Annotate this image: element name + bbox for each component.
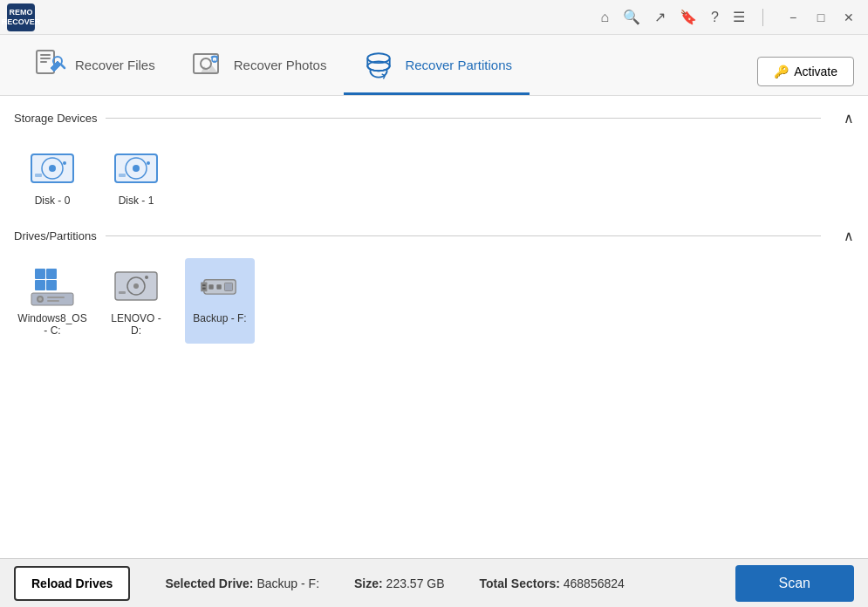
- disk-0-label: Disk - 0: [35, 194, 71, 207]
- tab-recover-partitions[interactable]: Recover Partitions: [344, 37, 530, 95]
- drives-partitions-collapse-icon[interactable]: ∧: [844, 228, 854, 244]
- maximize-button[interactable]: □: [809, 5, 833, 30]
- share-icon[interactable]: ↗: [654, 9, 666, 25]
- tab-recover-photos-label: Recover Photos: [234, 58, 327, 72]
- disk-1-label: Disk - 1: [119, 194, 154, 207]
- minimize-button[interactable]: −: [781, 5, 805, 30]
- disk-0-item[interactable]: Disk - 0: [17, 140, 87, 214]
- disk-1-item[interactable]: Disk - 1: [101, 140, 171, 214]
- bookmark-icon[interactable]: 🔖: [680, 9, 697, 25]
- bottom-bar: Reload Drives Selected Drive: Backup - F…: [0, 558, 868, 607]
- svg-rect-41: [216, 284, 221, 289]
- drive-f-item[interactable]: Backup - F:: [185, 258, 255, 344]
- drive-c-label: Windows8_OS - C:: [17, 312, 86, 337]
- svg-rect-22: [46, 269, 57, 279]
- drive-f-label: Backup - F:: [193, 312, 246, 324]
- svg-rect-29: [47, 300, 59, 302]
- svg-point-18: [133, 165, 140, 172]
- tab-recover-partitions-label: Recover Partitions: [405, 58, 512, 72]
- disk-0-icon: [28, 147, 77, 189]
- storage-devices-section: Storage Devices ∧ Disk - 0: [14, 110, 854, 221]
- svg-rect-28: [47, 297, 65, 298]
- close-button[interactable]: ✕: [837, 5, 861, 30]
- svg-rect-40: [208, 284, 213, 289]
- activate-button[interactable]: 🔑 Activate: [757, 57, 854, 86]
- search-icon[interactable]: 🔍: [623, 9, 640, 25]
- key-icon: 🔑: [774, 65, 789, 78]
- svg-point-33: [145, 276, 148, 279]
- tab-recover-files-label: Recover Files: [75, 58, 155, 72]
- svg-rect-37: [201, 282, 207, 291]
- drives-partitions-items: Windows8_OS - C: LENOVO - D:: [14, 251, 854, 351]
- svg-point-27: [38, 297, 42, 301]
- titlebar-separator: [762, 9, 763, 26]
- svg-rect-3: [40, 61, 47, 63]
- app-logo: REMORECOVER: [7, 3, 35, 31]
- svg-rect-1: [40, 54, 51, 56]
- disk-1-icon: [112, 147, 161, 189]
- home-icon[interactable]: ⌂: [600, 10, 609, 25]
- drive-f-icon: [195, 265, 244, 307]
- titlebar-left: REMORECOVER: [7, 3, 35, 31]
- reload-drives-button[interactable]: Reload Drives: [14, 566, 130, 601]
- svg-rect-20: [119, 174, 126, 177]
- svg-rect-34: [119, 291, 126, 294]
- recover-photos-icon: [190, 47, 225, 82]
- total-sectors-status: Total Sectors: 468856824: [480, 576, 625, 590]
- menu-icon[interactable]: ☰: [733, 9, 745, 25]
- titlebar-icons: ⌂ 🔍 ↗ 🔖 ? ☰ − □ ✕: [600, 5, 861, 30]
- storage-devices-header: Storage Devices ∧: [14, 110, 854, 126]
- size-status: Size: 223.57 GB: [354, 576, 445, 590]
- selected-drive-status: Selected Drive: Backup - F:: [165, 576, 319, 590]
- tab-recover-files[interactable]: Recover Files: [14, 37, 173, 95]
- svg-line-5: [61, 65, 65, 68]
- svg-rect-15: [35, 174, 42, 177]
- total-sectors-value: 468856824: [564, 576, 625, 590]
- main-content: Storage Devices ∧ Disk - 0: [0, 96, 868, 558]
- scan-button[interactable]: Scan: [735, 565, 854, 602]
- drive-d-label: LENOVO - D:: [108, 312, 164, 337]
- storage-devices-collapse-icon[interactable]: ∧: [844, 110, 854, 126]
- storage-devices-items: Disk - 0 Disk - 1: [14, 133, 854, 221]
- titlebar: REMORECOVER ⌂ 🔍 ↗ 🔖 ? ☰ − □ ✕: [0, 0, 868, 35]
- drive-d-icon: [112, 265, 161, 307]
- drive-c-item[interactable]: Windows8_OS - C:: [17, 258, 87, 344]
- drive-d-item[interactable]: LENOVO - D:: [101, 258, 171, 344]
- svg-point-13: [49, 165, 56, 172]
- svg-point-14: [63, 161, 66, 165]
- status-info: Selected Drive: Backup - F: Size: 223.57…: [165, 576, 700, 590]
- svg-rect-23: [35, 280, 45, 290]
- svg-rect-2: [40, 58, 51, 59]
- selected-drive-value: Backup - F:: [256, 576, 319, 590]
- svg-point-19: [147, 161, 150, 165]
- svg-rect-39: [202, 288, 206, 290]
- window-controls: − □ ✕: [781, 5, 861, 30]
- drives-partitions-title: Drives/Partitions: [14, 229, 821, 242]
- svg-point-7: [201, 58, 211, 69]
- drives-partitions-section: Drives/Partitions ∧: [14, 228, 854, 351]
- svg-rect-38: [202, 284, 206, 286]
- recover-files-icon: [31, 47, 66, 82]
- drives-partitions-header: Drives/Partitions ∧: [14, 228, 854, 244]
- size-value: 223.57 GB: [386, 576, 445, 590]
- svg-rect-24: [46, 280, 57, 290]
- svg-rect-21: [35, 269, 45, 279]
- svg-rect-36: [224, 283, 232, 290]
- tab-bar: Recover Files Recover Photos: [0, 35, 868, 96]
- drive-c-icon: [28, 265, 77, 307]
- tab-recover-photos[interactable]: Recover Photos: [173, 37, 345, 95]
- svg-point-32: [133, 283, 139, 289]
- help-icon[interactable]: ?: [711, 10, 719, 25]
- storage-devices-title: Storage Devices: [14, 112, 821, 125]
- recover-partitions-icon: [361, 47, 396, 82]
